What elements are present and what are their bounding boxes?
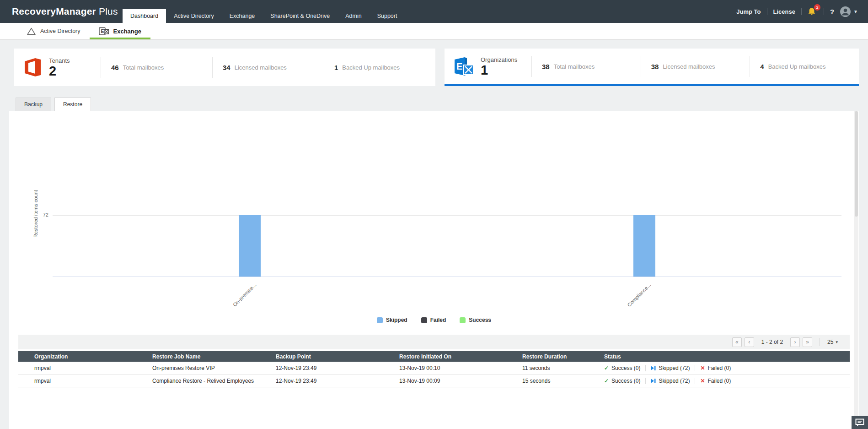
stat-label: Total mailboxes [123,64,164,71]
divider [645,365,646,371]
chat-feedback-button[interactable] [852,416,868,429]
license-link[interactable]: License [773,8,795,15]
stat-value: 34 [223,64,230,71]
skip-icon [651,366,656,370]
backup-restore-tabs: Backup Restore [9,98,91,111]
nav-tab-support[interactable]: Support [370,9,405,23]
stat-label: Backed Up mailboxes [342,64,400,71]
card-stats: 38 Total mailboxes 38 Licensed mailboxes… [531,56,859,77]
last-page-button[interactable]: » [803,337,812,347]
col-organization[interactable]: Organization [34,353,152,360]
nav-tab-dashboard[interactable]: Dashboard [123,9,166,23]
stat-backedup-mailboxes: 4 Backed Up mailboxes [750,56,859,77]
stat-value: 46 [111,64,119,71]
legend-label: Skipped [386,317,407,323]
card-meta: Tenants 2 [49,57,70,78]
chevron-down-icon: ▼ [853,9,858,14]
cell-restore-duration: 11 seconds [522,365,604,371]
col-backup-point[interactable]: Backup Point [276,353,399,360]
vertical-scrollbar[interactable] [854,111,858,416]
active-directory-icon [27,27,36,36]
status-success-label: Success (0) [611,378,640,384]
divider [824,8,824,15]
check-icon: ✓ [604,378,609,384]
stat-value: 4 [760,63,764,71]
status-skipped-label: Skipped (72) [659,365,690,371]
nav-tab-active-directory[interactable]: Active Directory [166,9,222,23]
brand-name-main: RecoveryManager [12,6,96,16]
tab-backup[interactable]: Backup [16,98,51,111]
divider [645,378,646,384]
page-size-dropdown[interactable]: 25 ▾ [827,339,838,345]
help-button[interactable]: ? [830,8,834,16]
legend-item[interactable]: Skipped [377,317,407,323]
card-meta: Organizations 1 [481,56,517,77]
prev-page-button[interactable]: ‹ [745,337,754,347]
organizations-summary-card[interactable]: E Organizations 1 38 Total mailboxes 38 … [445,49,859,86]
cell-organization: rmpval [34,378,152,384]
subtab-label: Active Directory [40,28,80,34]
tenants-summary-card[interactable]: Tenants 2 46 Total mailboxes 34 Licensed… [14,49,435,86]
x-axis-line [53,277,841,277]
divider [695,378,695,384]
stat-total-mailboxes: 38 Total mailboxes [531,56,641,77]
chart-bar[interactable] [633,215,655,277]
jump-to-link[interactable]: Jump To [736,8,761,15]
cell-backup-point: 12-Nov-19 23:49 [276,378,399,384]
nav-tab-sharepoint-onedrive[interactable]: SharePoint & OneDrive [263,9,338,23]
next-page-button[interactable]: › [790,337,800,347]
chart-bar[interactable] [239,215,261,277]
status-skipped: Skipped (72) [651,378,690,384]
nav-tab-admin[interactable]: Admin [338,9,369,23]
cell-status: ✓ Success (0) Skipped (72) ✕ Failed (0) [604,378,850,384]
nav-tab-exchange[interactable]: Exchange [222,9,263,23]
office365-icon [22,57,43,78]
col-restore-job-name[interactable]: Restore Job Name [152,353,276,360]
chat-bubble-icon [855,418,864,427]
check-icon: ✓ [604,365,609,371]
divider [767,8,767,15]
table-row[interactable]: rmpval On-premises Restore VIP 12-Nov-19… [18,362,850,375]
legend-item[interactable]: Success [460,317,491,323]
restore-chart: Restored items count 72On-premise...Comp… [9,111,859,313]
legend-label: Success [469,317,491,323]
stat-label: Total mailboxes [554,63,595,70]
card-identity: E Organizations 1 [445,56,531,77]
first-page-button[interactable]: « [732,337,742,347]
card-title: Tenants [49,57,70,64]
divider [801,8,802,15]
table-row[interactable]: rmpval Compliance Restore - Relived Empl… [18,375,850,387]
cell-restore-initiated-on: 13-Nov-19 00:09 [399,378,522,384]
navbar-utilities: Jump To License 2 ? ▼ [736,0,868,23]
cell-restore-initiated-on: 13-Nov-19 00:10 [399,365,522,371]
main-nav: Dashboard Active Directory Exchange Shar… [123,0,405,23]
card-count: 1 [481,63,517,77]
col-restore-initiated-on[interactable]: Restore Initiated On [399,353,522,360]
card-count: 2 [49,64,70,78]
svg-text:E: E [456,61,462,71]
legend-item[interactable]: Failed [421,317,446,323]
stat-label: Licensed mailboxes [235,64,287,71]
stat-backedup-mailboxes: 1 Backed Up mailboxes [324,57,435,78]
page-size-value: 25 [827,339,833,345]
col-restore-duration[interactable]: Restore Duration [522,353,604,360]
y-tick-label: 72 [26,212,48,217]
exchange-logo-icon: E [453,56,475,77]
cell-restore-job-name: On-premises Restore VIP [152,365,276,371]
gridline [53,215,841,216]
page-range-label: 1 - 2 of 2 [761,339,783,345]
col-status[interactable]: Status [604,353,850,360]
status-failed: ✕ Failed (0) [700,378,731,384]
restore-panel: Restored items count 72On-premise...Comp… [9,111,859,429]
card-identity: Tenants 2 [14,57,101,78]
status-skipped-label: Skipped (72) [659,378,690,384]
divider [820,338,820,346]
tab-restore[interactable]: Restore [54,98,91,111]
module-subtabs: Active Directory E Exchange [0,23,868,40]
user-menu[interactable]: ▼ [840,6,858,17]
subtab-exchange[interactable]: E Exchange [90,23,150,39]
subtab-active-directory[interactable]: Active Directory [17,23,90,39]
notification-badge: 2 [814,4,820,11]
notifications-bell-icon[interactable]: 2 [808,7,818,16]
scrollbar-thumb[interactable] [855,111,858,217]
